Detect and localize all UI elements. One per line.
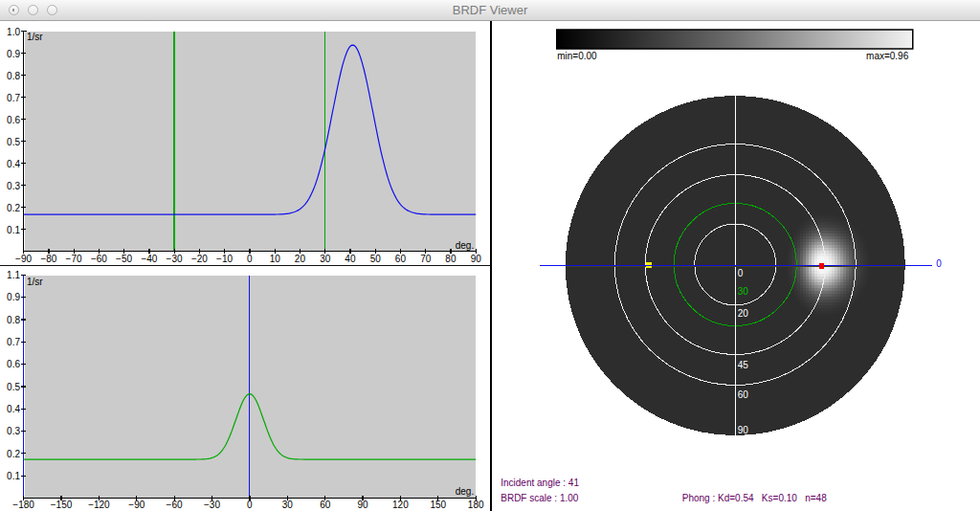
svg-text:30: 30 [320, 254, 331, 264]
svg-text:80: 80 [445, 254, 457, 264]
svg-text:−90: −90 [128, 500, 145, 510]
svg-text:0.2: 0.2 [7, 449, 20, 459]
svg-text:90: 90 [357, 500, 368, 510]
svg-text:120: 120 [392, 500, 409, 510]
svg-text:0.6: 0.6 [7, 359, 20, 369]
svg-text:45: 45 [737, 360, 748, 370]
svg-text:min=0.00: min=0.00 [557, 51, 597, 61]
svg-text:60: 60 [395, 254, 407, 264]
svg-text:1/sr: 1/sr [27, 32, 43, 42]
svg-text:90: 90 [471, 254, 482, 264]
svg-text:0.7: 0.7 [7, 337, 20, 347]
svg-text:0.6: 0.6 [7, 115, 20, 125]
svg-text:0.8: 0.8 [7, 315, 20, 325]
svg-text:0.3: 0.3 [7, 426, 20, 436]
svg-text:0.1: 0.1 [7, 225, 20, 235]
svg-text:0.5: 0.5 [7, 382, 20, 392]
svg-text:−40: −40 [141, 254, 157, 264]
svg-text:0: 0 [247, 254, 253, 264]
svg-text:20: 20 [737, 308, 748, 319]
svg-text:0: 0 [737, 268, 743, 278]
svg-text:90: 90 [737, 425, 748, 435]
svg-text:0: 0 [936, 258, 942, 269]
svg-text:deg.: deg. [456, 486, 474, 497]
svg-text:Incident angle : 41: Incident angle : 41 [501, 478, 579, 488]
svg-text:1/sr: 1/sr [27, 277, 43, 287]
svg-text:Phong : Kd=0.54 Ks=0.10 n=: Phong : Kd=0.54 Ks=0.10 n=48 [681, 493, 826, 503]
svg-text:0.7: 0.7 [7, 93, 20, 103]
svg-text:−30: −30 [204, 500, 220, 510]
svg-text:150: 150 [430, 500, 446, 510]
svg-text:−70: −70 [66, 254, 82, 264]
svg-text:−180: −180 [12, 500, 34, 510]
svg-text:0.4: 0.4 [7, 404, 20, 414]
svg-text:−60: −60 [91, 254, 107, 264]
svg-text:20: 20 [295, 254, 306, 264]
svg-text:0: 0 [247, 500, 253, 510]
svg-text:−50: −50 [116, 254, 132, 264]
svg-text:−150: −150 [51, 500, 73, 510]
svg-text:0.8: 0.8 [7, 71, 20, 81]
svg-text:−20: −20 [191, 254, 208, 264]
svg-text:40: 40 [345, 254, 356, 264]
svg-text:−120: −120 [88, 500, 110, 510]
svg-text:30: 30 [737, 286, 748, 297]
svg-text:1.0: 1.0 [7, 27, 20, 37]
svg-text:60: 60 [737, 389, 748, 400]
svg-text:−60: −60 [167, 500, 183, 510]
svg-text:BRDF scale : 1.00: BRDF scale : 1.00 [501, 493, 579, 503]
svg-text:50: 50 [370, 254, 382, 264]
svg-text:0.4: 0.4 [7, 159, 20, 169]
svg-text:60: 60 [320, 500, 331, 510]
svg-text:180: 180 [468, 500, 484, 510]
svg-text:0.9: 0.9 [7, 292, 20, 302]
svg-text:−10: −10 [216, 254, 233, 264]
svg-text:0.1: 0.1 [7, 471, 20, 481]
svg-text:0.5: 0.5 [7, 137, 20, 147]
svg-text:10: 10 [270, 254, 281, 264]
svg-text:0.2: 0.2 [7, 203, 20, 213]
svg-text:−80: −80 [40, 254, 56, 264]
svg-text:max=0.96: max=0.96 [866, 51, 909, 61]
svg-text:1.1: 1.1 [7, 270, 20, 280]
svg-text:0.9: 0.9 [7, 49, 20, 59]
svg-text:30: 30 [282, 500, 294, 510]
svg-text:−30: −30 [167, 254, 183, 264]
svg-text:70: 70 [420, 254, 432, 264]
svg-text:deg.: deg. [456, 240, 474, 251]
svg-text:0.3: 0.3 [7, 181, 20, 191]
svg-text:−90: −90 [15, 254, 32, 264]
